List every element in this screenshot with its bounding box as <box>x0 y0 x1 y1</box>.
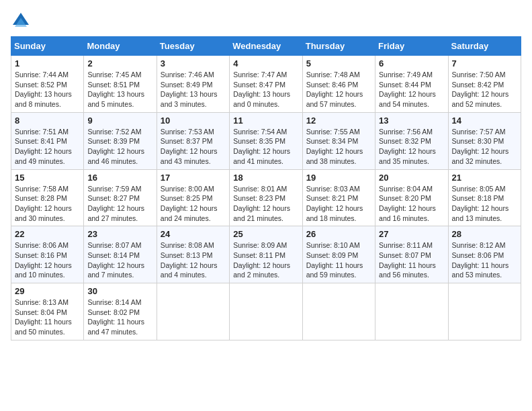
day-info: Sunrise: 8:01 AM Sunset: 8:23 PM Dayligh… <box>233 184 298 224</box>
calendar-day-13: 13 Sunrise: 7:56 AM Sunset: 8:32 PM Dayl… <box>375 112 448 169</box>
day-number: 21 <box>452 173 517 183</box>
day-number: 24 <box>161 229 226 239</box>
day-number: 27 <box>379 229 444 239</box>
day-info: Sunrise: 7:50 AM Sunset: 8:42 PM Dayligh… <box>452 70 517 109</box>
calendar-day-2: 2 Sunrise: 7:45 AM Sunset: 8:51 PM Dayli… <box>84 56 157 113</box>
day-number: 11 <box>233 116 298 126</box>
weekday-header-wednesday: Wednesday <box>230 37 302 56</box>
day-number: 23 <box>87 229 152 239</box>
calendar-day-19: 19 Sunrise: 8:03 AM Sunset: 8:21 PM Dayl… <box>302 169 375 226</box>
calendar-day-26: 26 Sunrise: 8:10 AM Sunset: 8:09 PM Dayl… <box>302 226 375 283</box>
day-number: 28 <box>452 229 517 239</box>
day-number: 8 <box>15 116 80 126</box>
calendar-day-10: 10 Sunrise: 7:53 AM Sunset: 8:37 PM Dayl… <box>157 112 229 169</box>
day-number: 22 <box>15 229 80 239</box>
calendar-week-2: 8 Sunrise: 7:51 AM Sunset: 8:41 PM Dayli… <box>11 112 521 169</box>
calendar-day-4: 4 Sunrise: 7:47 AM Sunset: 8:47 PM Dayli… <box>230 56 302 113</box>
calendar-day-27: 27 Sunrise: 8:11 AM Sunset: 8:07 PM Dayl… <box>375 226 448 283</box>
day-number: 18 <box>233 173 298 183</box>
calendar-day-29: 29 Sunrise: 8:13 AM Sunset: 8:04 PM Dayl… <box>11 283 84 340</box>
day-number: 15 <box>15 173 80 183</box>
day-number: 7 <box>452 58 517 68</box>
day-number: 29 <box>15 286 80 296</box>
day-info: Sunrise: 7:49 AM Sunset: 8:44 PM Dayligh… <box>379 70 444 109</box>
day-number: 5 <box>306 58 371 68</box>
day-info: Sunrise: 7:55 AM Sunset: 8:34 PM Dayligh… <box>306 127 371 167</box>
calendar-day-17: 17 Sunrise: 8:00 AM Sunset: 8:25 PM Dayl… <box>157 169 229 226</box>
day-number: 4 <box>233 58 298 68</box>
calendar-day-1: 1 Sunrise: 7:44 AM Sunset: 8:52 PM Dayli… <box>11 56 84 113</box>
day-info: Sunrise: 7:58 AM Sunset: 8:28 PM Dayligh… <box>15 184 80 224</box>
calendar-day-5: 5 Sunrise: 7:48 AM Sunset: 8:46 PM Dayli… <box>302 56 375 113</box>
calendar-day-25: 25 Sunrise: 8:09 AM Sunset: 8:11 PM Dayl… <box>230 226 302 283</box>
day-info: Sunrise: 8:00 AM Sunset: 8:25 PM Dayligh… <box>161 184 226 224</box>
calendar-day-21: 21 Sunrise: 8:05 AM Sunset: 8:18 PM Dayl… <box>448 169 521 226</box>
day-info: Sunrise: 7:45 AM Sunset: 8:51 PM Dayligh… <box>87 70 152 109</box>
day-number: 13 <box>379 116 444 126</box>
day-info: Sunrise: 8:06 AM Sunset: 8:16 PM Dayligh… <box>15 240 80 280</box>
day-info: Sunrise: 7:46 AM Sunset: 8:49 PM Dayligh… <box>161 70 226 109</box>
day-number: 19 <box>306 173 371 183</box>
weekday-header-tuesday: Tuesday <box>157 37 229 56</box>
header <box>11 11 521 31</box>
weekday-header-sunday: Sunday <box>11 37 84 56</box>
day-info: Sunrise: 8:13 AM Sunset: 8:04 PM Dayligh… <box>15 298 80 337</box>
day-info: Sunrise: 7:48 AM Sunset: 8:46 PM Dayligh… <box>306 70 371 109</box>
day-number: 17 <box>161 173 226 183</box>
day-info: Sunrise: 8:10 AM Sunset: 8:09 PM Dayligh… <box>306 240 371 280</box>
day-info: Sunrise: 7:53 AM Sunset: 8:37 PM Dayligh… <box>161 127 226 167</box>
calendar-week-1: 1 Sunrise: 7:44 AM Sunset: 8:52 PM Dayli… <box>11 56 521 113</box>
day-info: Sunrise: 7:57 AM Sunset: 8:30 PM Dayligh… <box>452 127 517 167</box>
empty-cell <box>157 283 229 340</box>
day-info: Sunrise: 8:14 AM Sunset: 8:02 PM Dayligh… <box>87 298 152 337</box>
empty-cell <box>448 283 521 340</box>
empty-cell <box>230 283 302 340</box>
day-number: 26 <box>306 229 371 239</box>
day-info: Sunrise: 7:56 AM Sunset: 8:32 PM Dayligh… <box>379 127 444 167</box>
day-number: 30 <box>87 286 152 296</box>
calendar-week-3: 15 Sunrise: 7:58 AM Sunset: 8:28 PM Dayl… <box>11 169 521 226</box>
calendar-day-7: 7 Sunrise: 7:50 AM Sunset: 8:42 PM Dayli… <box>448 56 521 113</box>
day-info: Sunrise: 8:03 AM Sunset: 8:21 PM Dayligh… <box>306 184 371 224</box>
day-info: Sunrise: 8:08 AM Sunset: 8:13 PM Dayligh… <box>161 240 226 280</box>
day-number: 3 <box>161 58 226 68</box>
day-number: 16 <box>87 173 152 183</box>
calendar-day-18: 18 Sunrise: 8:01 AM Sunset: 8:23 PM Dayl… <box>230 169 302 226</box>
weekday-header-monday: Monday <box>84 37 157 56</box>
calendar-day-12: 12 Sunrise: 7:55 AM Sunset: 8:34 PM Dayl… <box>302 112 375 169</box>
logo-icon <box>11 11 31 31</box>
calendar-table: SundayMondayTuesdayWednesdayThursdayFrid… <box>11 36 521 340</box>
day-info: Sunrise: 8:12 AM Sunset: 8:06 PM Dayligh… <box>452 240 517 280</box>
day-number: 1 <box>15 58 80 68</box>
calendar-day-8: 8 Sunrise: 7:51 AM Sunset: 8:41 PM Dayli… <box>11 112 84 169</box>
day-info: Sunrise: 8:04 AM Sunset: 8:20 PM Dayligh… <box>379 184 444 224</box>
day-info: Sunrise: 7:54 AM Sunset: 8:35 PM Dayligh… <box>233 127 298 167</box>
calendar-day-28: 28 Sunrise: 8:12 AM Sunset: 8:06 PM Dayl… <box>448 226 521 283</box>
weekday-header-thursday: Thursday <box>302 37 375 56</box>
calendar-day-3: 3 Sunrise: 7:46 AM Sunset: 8:49 PM Dayli… <box>157 56 229 113</box>
day-info: Sunrise: 7:59 AM Sunset: 8:27 PM Dayligh… <box>87 184 152 224</box>
day-number: 9 <box>87 116 152 126</box>
weekday-header-row: SundayMondayTuesdayWednesdayThursdayFrid… <box>11 37 521 56</box>
day-info: Sunrise: 8:09 AM Sunset: 8:11 PM Dayligh… <box>233 240 298 280</box>
calendar-day-11: 11 Sunrise: 7:54 AM Sunset: 8:35 PM Dayl… <box>230 112 302 169</box>
day-number: 25 <box>233 229 298 239</box>
calendar-day-16: 16 Sunrise: 7:59 AM Sunset: 8:27 PM Dayl… <box>84 169 157 226</box>
logo <box>11 11 34 31</box>
weekday-header-friday: Friday <box>375 37 448 56</box>
calendar-day-30: 30 Sunrise: 8:14 AM Sunset: 8:02 PM Dayl… <box>84 283 157 340</box>
calendar-day-24: 24 Sunrise: 8:08 AM Sunset: 8:13 PM Dayl… <box>157 226 229 283</box>
day-number: 6 <box>379 58 444 68</box>
calendar-day-20: 20 Sunrise: 8:04 AM Sunset: 8:20 PM Dayl… <box>375 169 448 226</box>
day-number: 10 <box>161 116 226 126</box>
day-info: Sunrise: 7:47 AM Sunset: 8:47 PM Dayligh… <box>233 70 298 109</box>
calendar-day-15: 15 Sunrise: 7:58 AM Sunset: 8:28 PM Dayl… <box>11 169 84 226</box>
day-info: Sunrise: 7:51 AM Sunset: 8:41 PM Dayligh… <box>15 127 80 167</box>
day-number: 20 <box>379 173 444 183</box>
day-info: Sunrise: 7:44 AM Sunset: 8:52 PM Dayligh… <box>15 70 80 109</box>
day-info: Sunrise: 8:05 AM Sunset: 8:18 PM Dayligh… <box>452 184 517 224</box>
calendar-week-4: 22 Sunrise: 8:06 AM Sunset: 8:16 PM Dayl… <box>11 226 521 283</box>
calendar-day-22: 22 Sunrise: 8:06 AM Sunset: 8:16 PM Dayl… <box>11 226 84 283</box>
day-number: 12 <box>306 116 371 126</box>
day-info: Sunrise: 7:52 AM Sunset: 8:39 PM Dayligh… <box>87 127 152 167</box>
